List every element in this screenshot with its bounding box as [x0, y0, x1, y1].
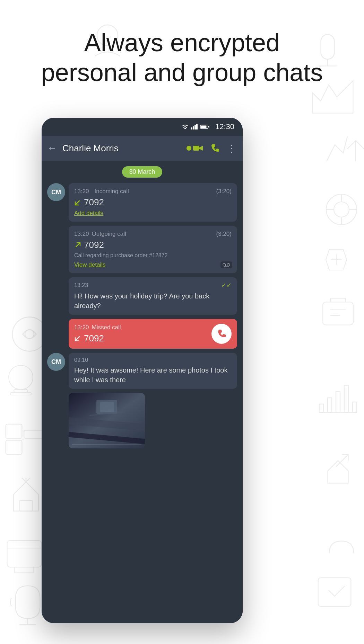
svg-rect-15	[14, 390, 28, 392]
svg-rect-36	[193, 126, 194, 129]
date-section: 30 March	[47, 166, 237, 179]
missed-arrow-icon	[74, 335, 81, 342]
view-details-link[interactable]: View details	[74, 261, 105, 268]
incoming-call-number: 7092	[74, 197, 232, 208]
photo-preview-image	[69, 393, 145, 448]
svg-rect-24	[7, 540, 42, 567]
headline-text: Always encrypted personal and group chat…	[0, 28, 364, 88]
svg-rect-42	[193, 146, 199, 151]
sent-message-bubble: 13:23 ✓✓ Hi! How was your holiday trip? …	[69, 277, 237, 315]
outgoing-call-number: 7092	[74, 240, 232, 250]
status-icons	[181, 124, 210, 130]
svg-line-43	[75, 201, 79, 205]
missed-call-header: 13:20 Missed call	[74, 324, 211, 331]
missed-call-content: 13:20 Missed call 7092	[74, 324, 211, 344]
status-bar: 12:30	[42, 118, 243, 136]
add-details-link[interactable]: Add details	[74, 210, 232, 217]
incoming-call-row: CM 13:20 Incoming call (3:20) 7092 Add d…	[47, 183, 237, 222]
chat-area: 30 March CM 13:20 Incoming call (3:20) 7	[42, 161, 243, 623]
received-message-row: CM 09:10 Hey! It was awsome! Here are so…	[47, 353, 237, 389]
outgoing-arrow-icon	[74, 242, 81, 249]
chat-header: ← Charlie Morris ⋮	[42, 136, 243, 161]
svg-rect-33	[318, 578, 351, 607]
green-dot	[187, 146, 191, 151]
photo-thumbnail[interactable]	[69, 393, 145, 448]
svg-rect-41	[208, 126, 209, 128]
back-button[interactable]: ←	[47, 143, 57, 154]
date-badge: 30 March	[122, 166, 162, 178]
call-back-button[interactable]	[211, 324, 232, 344]
svg-point-14	[9, 365, 33, 390]
svg-line-44	[76, 243, 80, 247]
outgoing-call-description: Call regarding purchase order #12872	[74, 252, 232, 259]
wifi-icon	[181, 124, 189, 130]
svg-rect-16	[10, 392, 31, 395]
avatar-cm-1: CM	[47, 183, 65, 201]
svg-rect-40	[201, 126, 206, 128]
outgoing-call-header: 13:20 Outgoing call (3:20)	[74, 231, 232, 238]
more-options-button[interactable]: ⋮	[227, 143, 237, 154]
incoming-call-bubble: 13:20 Incoming call (3:20) 7092 Add deta…	[69, 183, 237, 222]
contact-name: Charlie Morris	[62, 143, 181, 154]
voicemail-glyph	[223, 262, 230, 267]
header-icons: ⋮	[187, 143, 237, 154]
phone-mockup: 12:30 ← Charlie Morris ⋮ 30 March	[42, 118, 243, 623]
svg-point-34	[184, 128, 186, 129]
video-call-button[interactable]	[187, 144, 203, 152]
incoming-call-header: 13:20 Incoming call (3:20)	[74, 188, 232, 195]
headline-section: Always encrypted personal and group chat…	[0, 28, 364, 88]
sent-message-text: Hi! How was your holiday trip? Are you b…	[74, 291, 232, 311]
received-message-bubble: 09:10 Hey! It was awsome! Here are some …	[69, 353, 237, 389]
callback-phone-icon	[216, 329, 227, 339]
missed-call-bubble: 13:20 Missed call 7092	[69, 319, 237, 349]
signal-icon	[191, 124, 198, 129]
svg-line-48	[75, 337, 79, 341]
svg-point-5	[334, 202, 349, 217]
svg-rect-22	[20, 501, 32, 511]
svg-point-45	[223, 263, 226, 266]
missed-call-number: 7092	[74, 333, 211, 344]
svg-point-46	[227, 263, 230, 266]
svg-rect-35	[191, 127, 192, 129]
svg-rect-37	[194, 125, 196, 129]
svg-rect-18	[6, 440, 22, 455]
incoming-arrow-icon	[74, 199, 81, 206]
avatar-cm-2: CM	[47, 353, 65, 371]
svg-rect-17	[6, 424, 22, 438]
battery-icon	[200, 124, 210, 129]
phone-call-button[interactable]	[210, 143, 220, 153]
read-receipt-icon: ✓✓	[221, 281, 232, 289]
received-message-text: Hey! It was awsome! Here are some photos…	[74, 365, 232, 385]
svg-rect-28	[323, 302, 353, 325]
sent-message-time-row: 13:23 ✓✓	[74, 281, 232, 289]
voicemail-icon	[220, 261, 232, 268]
status-time: 12:30	[215, 122, 234, 131]
svg-point-13	[25, 330, 34, 339]
video-icon	[193, 144, 203, 152]
received-message-time: 09:10	[74, 357, 232, 363]
svg-rect-53	[100, 402, 114, 412]
svg-rect-38	[196, 124, 198, 129]
outgoing-call-bubble: 13:20 Outgoing call (3:20) 7092 Call reg…	[69, 226, 237, 273]
